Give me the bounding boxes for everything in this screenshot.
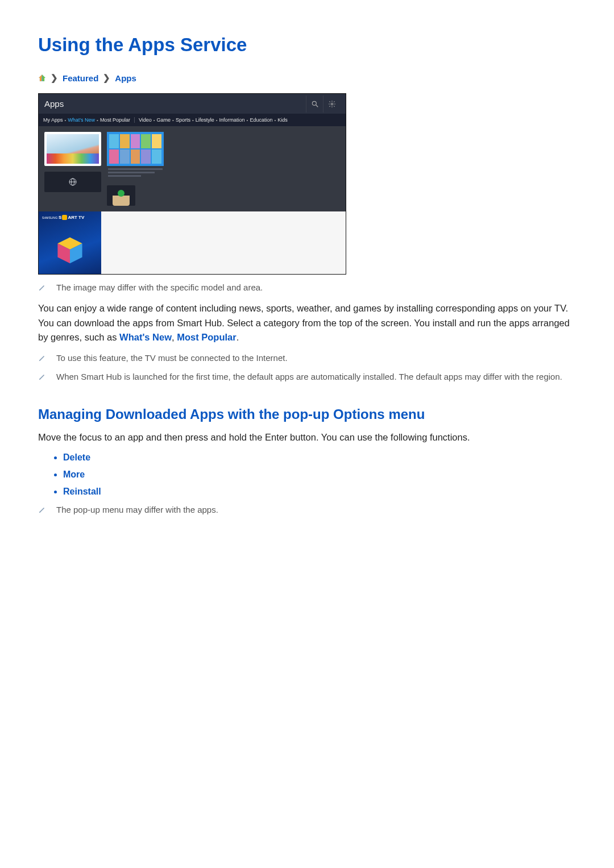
- app-tile-book[interactable]: [107, 185, 135, 206]
- note-text: When Smart Hub is launched for the first…: [56, 372, 562, 381]
- tab-whats-new[interactable]: What's New: [68, 117, 95, 123]
- intro-paragraph: You can enjoy a wide range of content in…: [38, 301, 576, 345]
- tv-title: Apps: [44, 99, 306, 109]
- brand-cube-icon: [62, 215, 67, 220]
- tv-tabs: My Apps • What's New • Most Popular Vide…: [39, 114, 346, 126]
- gear-icon[interactable]: [323, 95, 340, 113]
- tab-education[interactable]: Education: [250, 117, 272, 123]
- home-icon: [38, 74, 46, 82]
- tab-game[interactable]: Game: [157, 117, 171, 123]
- svg-marker-1: [39, 74, 42, 81]
- option-reinstall[interactable]: Reinstall: [63, 487, 576, 497]
- link-whats-new[interactable]: What's New: [119, 332, 172, 342]
- option-more[interactable]: More: [63, 470, 576, 480]
- search-icon[interactable]: [306, 95, 323, 113]
- tab-my-apps[interactable]: My Apps: [43, 117, 63, 123]
- app-tile-grid[interactable]: [107, 132, 164, 166]
- breadcrumb: ❯ Featured ❯ Apps: [38, 73, 576, 83]
- tv-body: [39, 126, 346, 211]
- tv-bottom: SAMSUNG SART TV: [39, 211, 346, 274]
- option-delete[interactable]: Delete: [63, 452, 576, 463]
- svg-point-3: [312, 101, 316, 105]
- breadcrumb-apps[interactable]: Apps: [115, 73, 136, 83]
- app-tile[interactable]: [44, 132, 101, 166]
- note-default-apps: When Smart Hub is launched for the first…: [38, 372, 576, 383]
- tv-topbar: Apps: [39, 94, 346, 114]
- svg-point-5: [331, 103, 333, 105]
- section2-body: Move the focus to an app and then press …: [38, 430, 576, 445]
- note-image-differ: The image may differ with the specific m…: [38, 283, 576, 293]
- page-title: Using the Apps Service: [38, 34, 576, 56]
- pencil-icon: [38, 284, 46, 293]
- breadcrumb-featured[interactable]: Featured: [63, 73, 98, 83]
- tv-screenshot: Apps My Apps • What's New • Most Popular…: [38, 93, 346, 275]
- svg-line-4: [316, 105, 318, 107]
- note-text: To use this feature, the TV must be conn…: [56, 353, 288, 363]
- tab-information[interactable]: Information: [219, 117, 245, 123]
- note-popup-differ: The pop-up menu may differ with the apps…: [38, 505, 576, 516]
- smart-tv-card[interactable]: SAMSUNG SART TV: [39, 211, 101, 274]
- pencil-icon: [38, 373, 46, 383]
- app-tile-globe[interactable]: [44, 172, 101, 192]
- chevron-icon: ❯: [103, 73, 110, 83]
- link-most-popular[interactable]: Most Popular: [177, 332, 237, 342]
- chevron-icon: ❯: [51, 73, 58, 83]
- note-text: The pop-up menu may differ with the apps…: [56, 505, 218, 514]
- app-description-lines: [107, 166, 164, 181]
- section-title-managing: Managing Downloaded Apps with the pop-up…: [38, 406, 576, 422]
- brand-label: SAMSUNG SART TV: [42, 215, 98, 220]
- pencil-icon: [38, 354, 46, 364]
- cube-icon: [55, 234, 85, 265]
- tab-lifestyle[interactable]: Lifestyle: [196, 117, 214, 123]
- pencil-icon: [38, 506, 46, 516]
- note-text: The image may differ with the specific m…: [56, 283, 263, 292]
- tab-sports[interactable]: Sports: [176, 117, 190, 123]
- note-internet: To use this feature, the TV must be conn…: [38, 353, 576, 364]
- tab-kids[interactable]: Kids: [277, 117, 288, 123]
- options-list: Delete More Reinstall: [38, 452, 576, 497]
- tab-video[interactable]: Video: [139, 117, 152, 123]
- tab-most-popular[interactable]: Most Popular: [100, 117, 130, 123]
- svg-marker-2: [42, 74, 45, 81]
